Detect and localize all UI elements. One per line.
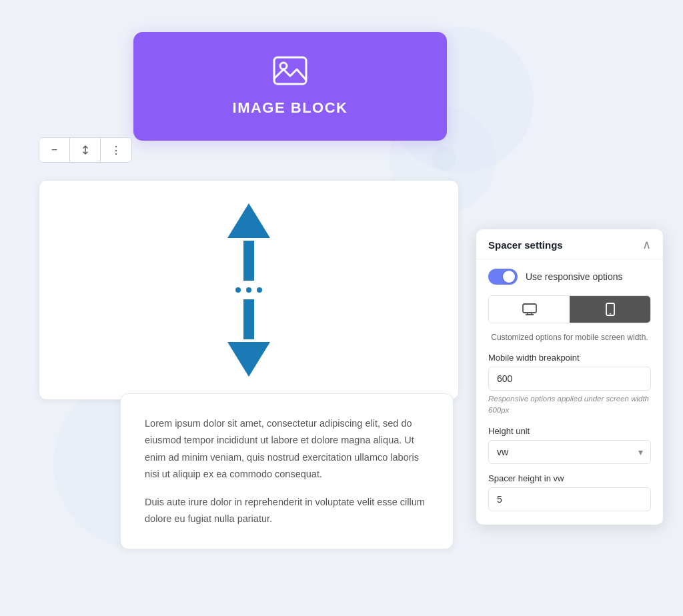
spacer-height-label: Spacer height in vw: [488, 473, 651, 483]
breakpoint-input[interactable]: [488, 367, 651, 391]
text-block: Lorem ipsum dolor sit amet, consectetur …: [120, 393, 454, 549]
canvas: IMAGE BLOCK − ⋮ Lorem ipsum dolor sit am…: [0, 0, 683, 616]
arrow-shaft-up: [243, 241, 254, 281]
panel-title: Spacer settings: [488, 239, 563, 251]
toggle-thumb: [503, 271, 515, 283]
breakpoint-hint: Responsive options applied under screen …: [488, 393, 651, 417]
image-block-label: IMAGE BLOCK: [233, 99, 348, 117]
panel-body: Use responsive options: [476, 259, 663, 514]
height-unit-wrapper: px vw vh % ▾: [488, 440, 651, 464]
dot-3: [257, 287, 262, 293]
mobile-tab[interactable]: [570, 296, 650, 323]
toggle-track[interactable]: [488, 269, 518, 285]
spacer-block: [39, 180, 459, 400]
arrow-dots: [235, 287, 262, 293]
breakpoint-label: Mobile width breakpoint: [488, 353, 651, 363]
dot-1: [235, 287, 241, 293]
deco-circle-5: [432, 147, 456, 171]
block-toolbar: − ⋮: [39, 137, 132, 163]
toggle-row: Use responsive options: [488, 269, 651, 285]
text-paragraph-2: Duis aute irure dolor in reprehenderit i…: [145, 494, 429, 528]
arrow-up-head: [227, 203, 270, 238]
dot-2: [246, 287, 251, 293]
toolbar-more-button[interactable]: ⋮: [101, 138, 131, 162]
svg-rect-0: [274, 57, 306, 84]
image-block-card: IMAGE BLOCK: [133, 32, 447, 141]
toolbar-sort-button[interactable]: [70, 138, 101, 162]
image-icon: [273, 56, 307, 90]
spacer-height-input[interactable]: [488, 487, 651, 511]
settings-panel: Spacer settings ∧ Use responsive options: [476, 229, 663, 525]
arrow-shaft-down: [243, 299, 254, 339]
svg-point-7: [610, 313, 611, 315]
device-tabs: [488, 295, 651, 323]
responsive-toggle[interactable]: [488, 269, 518, 285]
height-unit-select[interactable]: px vw vh %: [488, 440, 651, 464]
text-paragraph-1: Lorem ipsum dolor sit amet, consectetur …: [145, 415, 429, 483]
height-unit-label: Height unit: [488, 426, 651, 436]
toolbar-minus-button[interactable]: −: [39, 138, 70, 162]
desktop-tab[interactable]: [489, 296, 570, 323]
spacer-arrow: [227, 203, 270, 377]
svg-rect-2: [523, 304, 536, 313]
arrow-down-head: [227, 342, 270, 377]
device-description: Customized options for mobile screen wid…: [488, 331, 651, 343]
panel-header: Spacer settings ∧: [476, 229, 663, 259]
panel-collapse-button[interactable]: ∧: [642, 239, 651, 251]
toggle-label: Use responsive options: [526, 271, 623, 282]
